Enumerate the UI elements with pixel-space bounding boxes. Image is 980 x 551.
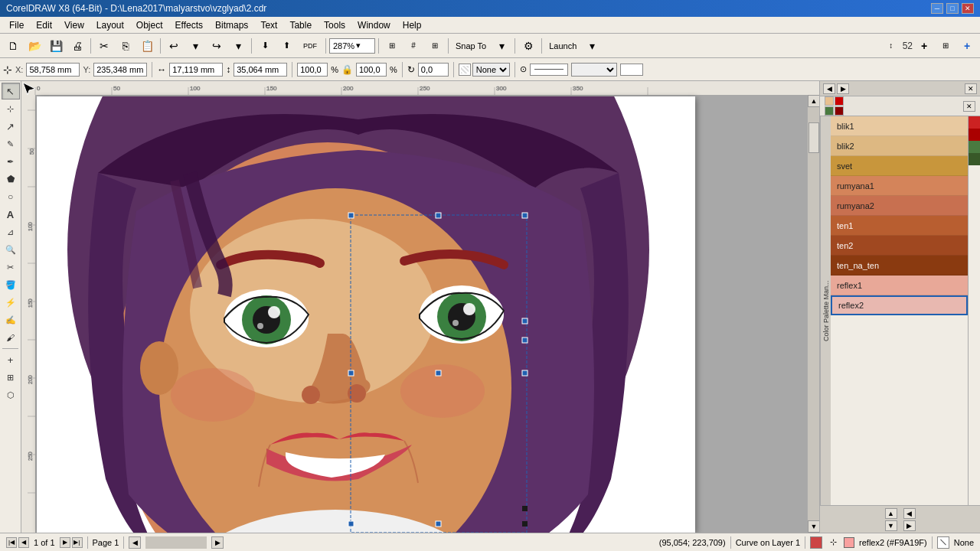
vertical-scrollbar[interactable]: ▲ ▼ (807, 95, 819, 533)
open-button[interactable]: 📂 (24, 37, 44, 55)
view-grid[interactable]: ⊞ (425, 37, 445, 55)
menu-effects[interactable]: Effects (169, 18, 209, 32)
panel-collapse-left[interactable]: ◀ (823, 83, 835, 94)
zoom-tool[interactable]: 🔍 (2, 241, 20, 258)
coord-scroll2[interactable]: ▶ (211, 536, 224, 549)
import-button[interactable]: ⬇ (255, 37, 275, 55)
palette-item-svet[interactable]: svet (831, 156, 968, 176)
palette-nav-prev[interactable]: ◀ (903, 508, 916, 519)
page-scroll-track[interactable] (145, 536, 207, 549)
new-button[interactable]: 🗋 (3, 37, 23, 55)
palette-item-rumyana2[interactable]: rumyana2 (831, 196, 968, 216)
outline-color[interactable] (620, 64, 643, 76)
redo-dropdown[interactable]: ▾ (228, 37, 248, 55)
color-darkred[interactable] (969, 129, 980, 141)
fill-color-swatch[interactable] (844, 537, 854, 548)
outline-width[interactable] (571, 63, 617, 77)
palette-item-blik2[interactable]: blik2 (831, 136, 968, 156)
transform-tool[interactable]: ↗ (2, 118, 20, 135)
color-darkgreen[interactable] (969, 153, 980, 165)
no-fill-swatch[interactable] (937, 536, 949, 549)
menu-table[interactable]: Table (283, 18, 318, 32)
zoom-input[interactable]: 287% ▾ (329, 38, 375, 54)
palette-item-rumyana1[interactable]: rumyana1 (831, 176, 968, 196)
color-green[interactable] (969, 141, 980, 153)
align-button[interactable]: ⊞ (382, 37, 402, 55)
palette-swatch-mini4[interactable] (835, 106, 844, 116)
scroll-up-button[interactable]: ▲ (808, 95, 819, 107)
scroll-thumb[interactable] (808, 122, 819, 153)
save-button[interactable]: 💾 (46, 37, 66, 55)
zoom-overview[interactable]: ⊞ (936, 37, 956, 55)
node-tool[interactable]: ⊹ (2, 100, 20, 117)
palette-close-btn[interactable]: ✕ (963, 101, 975, 112)
menu-window[interactable]: Window (351, 18, 397, 32)
print-button[interactable]: 🖨 (67, 37, 87, 55)
menu-object[interactable]: Object (130, 18, 169, 32)
zoom-plus2[interactable]: + (957, 37, 977, 55)
undo-dropdown[interactable]: ▾ (185, 37, 205, 55)
next-page-btn[interactable]: ▶ (60, 537, 70, 548)
scale-x-input[interactable] (297, 63, 328, 77)
text-tool[interactable]: A (2, 206, 20, 223)
window-controls[interactable]: ─ □ ✕ (931, 3, 974, 14)
palette-item-blik1[interactable]: blik1 (831, 116, 968, 136)
palette-scroll-down[interactable]: ▼ (885, 520, 897, 531)
panel-close-btn[interactable]: ✕ (965, 83, 977, 94)
lock-icon[interactable]: 🔒 (341, 64, 353, 75)
cut-button[interactable]: ✂ (94, 37, 114, 55)
copy-button[interactable]: ⎘ (116, 37, 136, 55)
fill-tool[interactable]: 🪣 (2, 276, 20, 293)
launch-dropdown[interactable]: ▾ (582, 37, 602, 55)
palette-scroll-up[interactable]: ▲ (885, 508, 897, 519)
crop-tool[interactable]: ✂ (2, 259, 20, 276)
minimize-button[interactable]: ─ (931, 3, 943, 14)
add-page[interactable]: + (2, 351, 20, 368)
fit-page-button[interactable]: ↕ (881, 37, 901, 55)
menu-text[interactable]: Text (254, 18, 283, 32)
export-button[interactable]: ⬆ (276, 37, 296, 55)
rotation-input[interactable] (418, 63, 449, 77)
pattern-tool[interactable]: ⊞ (2, 369, 20, 386)
height-input[interactable] (234, 63, 287, 77)
palette-swatch-mini1[interactable] (825, 96, 834, 106)
scroll-down-button[interactable]: ▼ (808, 520, 819, 533)
status-color-btn[interactable] (810, 536, 822, 549)
palette-item-reflex2[interactable]: reflex2 (831, 295, 968, 315)
ellipse-tool[interactable]: ○ (2, 188, 20, 205)
options-button[interactable]: ⚙ (518, 37, 538, 55)
color-red[interactable] (969, 116, 980, 129)
palette-item-ten1[interactable]: ten1 (831, 216, 968, 236)
scroll-track[interactable] (808, 107, 819, 520)
palette-item-ten2[interactable]: ten2 (831, 236, 968, 256)
width-input[interactable] (169, 63, 223, 77)
menu-file[interactable]: File (3, 18, 30, 32)
menu-edit[interactable]: Edit (30, 18, 58, 32)
fill-dropdown[interactable]: None (472, 63, 510, 77)
menu-view[interactable]: View (58, 18, 90, 32)
pdf-button[interactable]: PDF (298, 37, 322, 55)
paintbucket-tool[interactable]: 🖌 (2, 329, 20, 346)
menu-help[interactable]: Help (397, 18, 428, 32)
menu-bitmaps[interactable]: Bitmaps (209, 18, 254, 32)
shape-tool[interactable]: ⬟ (2, 171, 20, 187)
freehand-tool[interactable]: ✎ (2, 135, 20, 152)
palette-nav-next[interactable]: ▶ (903, 520, 916, 531)
dynamic-guides[interactable]: # (403, 37, 423, 55)
panel-expand-right[interactable]: ▶ (837, 83, 849, 94)
dimension-tool[interactable]: ⊿ (2, 223, 20, 240)
fill-swatch[interactable] (459, 64, 471, 76)
last-page-btn[interactable]: ▶| (72, 537, 83, 548)
menu-tools[interactable]: Tools (318, 18, 351, 32)
coord-scroll[interactable]: ◀ (129, 536, 141, 549)
calligraphy-tool[interactable]: ✍ (2, 311, 20, 328)
palette-item-ten_na_ten[interactable]: ten_na_ten (831, 256, 968, 276)
first-page-btn[interactable]: |◀ (6, 537, 17, 548)
close-button[interactable]: ✕ (962, 3, 974, 14)
x-input[interactable] (26, 63, 80, 77)
redo-button[interactable]: ↪ (207, 37, 227, 55)
launch-button[interactable]: Launch (545, 37, 580, 55)
paste-button[interactable]: 📋 (137, 37, 157, 55)
zoom-in-button[interactable]: + (914, 37, 934, 55)
maximize-button[interactable]: □ (946, 3, 959, 14)
